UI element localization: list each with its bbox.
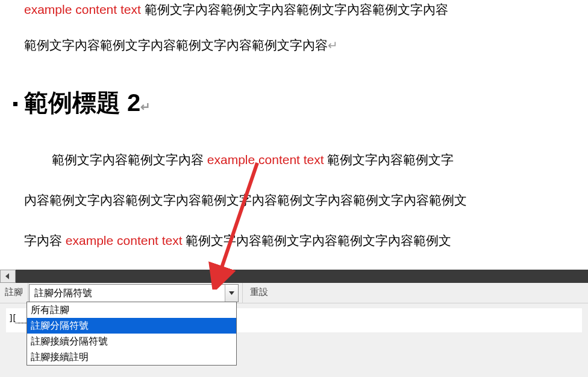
body-line: example content text 範例文字內容範例文字內容範例文字內容範… [24, 0, 564, 28]
body-line: 範例文字內容範例文字內容範例文字內容範例文字內容↵ [24, 28, 564, 63]
triangle-left-icon [5, 273, 10, 279]
body-text: 內容範例文字內容範例文字內容範例文字內容範例文字內容範例文字內容範例文 [24, 193, 467, 207]
tracked-change-text: example content text [66, 233, 183, 247]
chevron-down-icon [229, 291, 234, 295]
horizontal-scrollbar[interactable] [0, 270, 588, 283]
body-text: 字內容 [24, 233, 66, 247]
body-paragraph: 範例文字內容範例文字內容 example content text 範例文字內容… [24, 139, 564, 261]
dropdown-button[interactable] [225, 285, 238, 302]
svg-marker-1 [229, 291, 234, 295]
tracked-change-text: example content text [207, 153, 324, 166]
scroll-left-button[interactable] [0, 270, 16, 283]
dropdown-option[interactable]: 所有註腳 [27, 302, 236, 318]
footnote-type-dropdown: 所有註腳註腳分隔符號註腳接續分隔符號註腳接續註明 [27, 302, 237, 366]
svg-marker-0 [5, 273, 9, 279]
body-text: 範例文字內容範例文字內容 [52, 153, 207, 166]
document-canvas[interactable]: example content text 範例文字內容範例文字內容範例文字內容範… [0, 0, 588, 270]
dropdown-option[interactable]: 註腳接續分隔符號 [27, 334, 236, 349]
footnote-type-select[interactable]: 註腳分隔符號 [29, 284, 239, 302]
dropdown-option[interactable]: 註腳分隔符號 [27, 318, 236, 334]
footnote-label: 註腳 [0, 283, 28, 303]
paragraph-mark-icon: ↵ [328, 39, 338, 52]
tracked-change-text: example content text [24, 2, 141, 16]
body-text: 範例文字內容範例文字內容範例文字內容範例文字內容 [24, 38, 328, 52]
body-text: 範例文字內容範例文字內容範例文字內容範例文 [183, 233, 452, 247]
footnote-toolbar: 註腳 註腳分隔符號 重設 [0, 283, 588, 303]
scrollbar-track[interactable] [16, 270, 588, 283]
heading-2: 範例標題 2↵ [24, 87, 564, 118]
paragraph-mark-icon: ↵ [140, 100, 151, 113]
body-text: 範例文字內容範例文字 [324, 153, 454, 166]
reset-button[interactable]: 重設 [242, 283, 275, 303]
footnote-pane: 註腳 註腳分隔符號 重設 所有註腳註腳分隔符號註腳接續分隔符號註腳接續註明 ][… [0, 283, 588, 377]
heading-text: 範例標題 2 [24, 89, 140, 116]
dropdown-option[interactable]: 註腳接續註明 [27, 349, 236, 365]
select-current-value: 註腳分隔符號 [30, 287, 225, 300]
body-text: 範例文字內容範例文字內容範例文字內容範例文字內容 [141, 2, 448, 16]
heading-marker-icon [13, 102, 17, 106]
